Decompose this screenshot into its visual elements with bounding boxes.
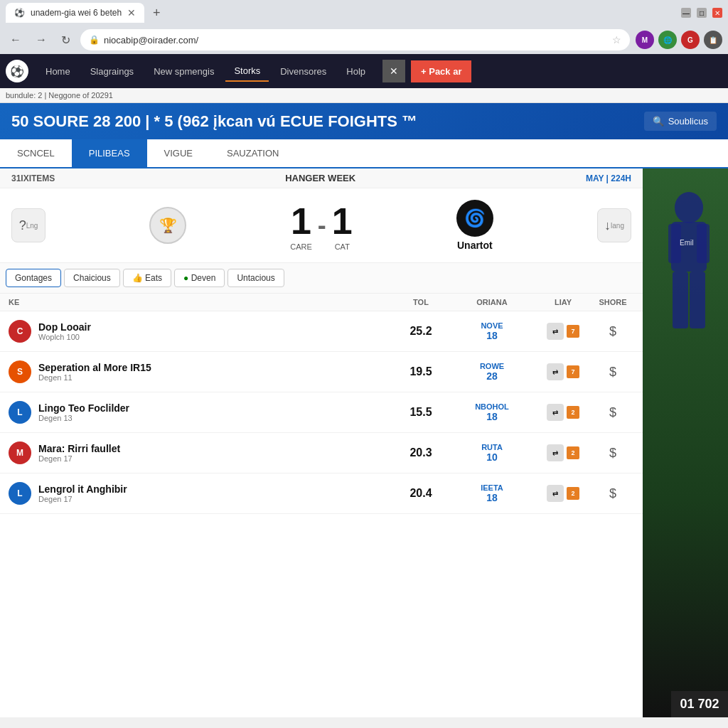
new-tab-button[interactable]: + — [150, 6, 164, 21]
match-score-section: ? Lng 🏆 1 CARE - 1 CAT 🌀 — [0, 188, 643, 263]
orange-badge-5: 2 — [567, 487, 579, 500]
team-info-4: Mara: Rirri faullet Degen 17 — [38, 443, 120, 463]
nav-new-spmengis[interactable]: New spmengis — [145, 62, 223, 81]
site-nav: ⚽ Home Slagraings New spmengis Storks Di… — [0, 54, 728, 88]
score-separator: - — [318, 210, 326, 240]
nav-storks[interactable]: Storks — [225, 61, 269, 82]
oriana-3: NBOHOL 18 — [449, 402, 535, 422]
date-label: MAY | 224H — [586, 173, 631, 183]
team-sub-1: Woplch 100 — [38, 333, 91, 341]
arrow-left-btn-2[interactable]: ⇄ — [547, 363, 564, 380]
team-info-1: Dop Looair Woplch 100 — [38, 321, 91, 341]
dollar-icon-2[interactable]: $ — [609, 365, 616, 379]
sub-tab-deven[interactable]: ● Deven — [174, 269, 225, 287]
tab-pilibeas[interactable]: PILIBEAS — [72, 139, 147, 167]
items-count: 31IXITEMS — [11, 173, 55, 183]
next-match-button[interactable]: ↓ lang — [597, 208, 631, 242]
ext-4[interactable]: 📋 — [704, 31, 722, 49]
tab-vigue[interactable]: VIGUE — [147, 139, 210, 167]
home-score: 1 — [291, 200, 311, 242]
browser-chrome: ⚽ unadem-gia wei 6 beteh ✕ + — □ ✕ ← → ↻… — [0, 0, 728, 54]
breadcrumb: bundule: 2 | Neggone of 20291 — [0, 88, 728, 103]
nav-close-button[interactable]: ✕ — [382, 60, 405, 82]
ext-2[interactable]: 🌐 — [658, 31, 677, 49]
prev-match-button[interactable]: ? Lng — [11, 208, 46, 242]
player-image: Emil — [643, 168, 728, 717]
sub-tabs: Gontages Chaicious 👍 Eats ● Deven Untaci… — [0, 263, 643, 294]
question-icon: ? — [19, 218, 26, 233]
match-header: 31IXITEMS HANGER WEEK MAY | 224H — [0, 168, 643, 188]
browser-tab[interactable]: ⚽ unadem-gia wei 6 beteh ✕ — [6, 3, 144, 23]
team-badge-5: L — [9, 482, 31, 505]
orange-badge-4: 2 — [567, 446, 579, 459]
col-liay: LIAY — [535, 298, 592, 306]
tab-close-button[interactable]: ✕ — [127, 7, 136, 18]
dollar-icon-3[interactable]: $ — [609, 405, 616, 419]
arrow-left-btn-1[interactable]: ⇄ — [547, 323, 564, 340]
team-cell-5: L Lengrol it Anghibir Degen 17 — [9, 482, 392, 505]
tol-1: 25.2 — [392, 325, 449, 338]
tab-title: unadem-gia wei 6 beteh — [31, 8, 122, 18]
shore-4[interactable]: $ — [592, 446, 634, 461]
tabs-container: SCNCEL PILIBEAS VIGUE SAUZATION — [0, 139, 728, 168]
close-window-button[interactable]: ✕ — [712, 8, 722, 18]
team-name-3: Lingo Teo Foclilder — [38, 402, 129, 414]
dollar-icon-4[interactable]: $ — [609, 446, 616, 460]
home-team-logo: 🏆 — [149, 207, 186, 244]
lock-icon: 🔒 — [89, 35, 100, 45]
home-team-name: CARE — [290, 242, 312, 251]
team-sub-3: Degen 13 — [38, 414, 129, 422]
nav-divensores[interactable]: Divensores — [272, 62, 335, 81]
col-ke: ke — [9, 298, 392, 306]
tab-scncel[interactable]: SCNCEL — [0, 139, 72, 167]
dollar-icon-1[interactable]: $ — [609, 324, 616, 338]
team-badge-2: S — [9, 360, 31, 383]
tol-2: 19.5 — [392, 365, 449, 378]
team-sub-5: Degen 17 — [38, 495, 127, 503]
shore-3[interactable]: $ — [592, 405, 634, 420]
address-bar[interactable]: 🔒 niocabip@oirader.com/ ☆ — [80, 29, 630, 50]
sub-tab-chaicious[interactable]: Chaicious — [64, 269, 120, 287]
content-area: 31IXITEMS HANGER WEEK MAY | 224H ? Lng 🏆… — [0, 168, 728, 717]
orange-badge-2: 7 — [567, 365, 579, 378]
team-name-2: Seperation al More IR15 — [38, 362, 151, 373]
nav-holp[interactable]: Holp — [338, 62, 374, 81]
back-button[interactable]: ← — [6, 32, 26, 48]
week-label: HANGER WEEK — [285, 173, 355, 183]
shore-1[interactable]: $ — [592, 324, 634, 339]
browser-addressbar: ← → ↻ 🔒 niocabip@oirader.com/ ☆ M 🌐 G 📋 — [0, 26, 728, 54]
ext-3[interactable]: G — [681, 31, 700, 49]
arrow-left-btn-4[interactable]: ⇄ — [547, 444, 564, 461]
reload-button[interactable]: ↻ — [57, 32, 75, 48]
sub-tab-eats[interactable]: 👍 Eats — [123, 269, 171, 287]
bookmark-icon[interactable]: ☆ — [612, 34, 621, 46]
nav-home[interactable]: Home — [37, 62, 79, 81]
action-5: ⇄ 2 — [535, 485, 592, 502]
ext-1[interactable]: M — [636, 31, 654, 49]
team-badge-1: C — [9, 320, 31, 343]
arrow-left-btn-3[interactable]: ⇄ — [547, 404, 564, 421]
hero-search[interactable]: 🔍 Soublicus — [644, 112, 717, 131]
forward-button[interactable]: → — [31, 32, 51, 48]
arrow-left-btn-5[interactable]: ⇄ — [547, 485, 564, 502]
action-2: ⇄ 7 — [535, 363, 592, 380]
green-dot-icon: ● — [183, 273, 188, 283]
sub-tab-untacious[interactable]: Untacious — [228, 269, 284, 287]
nav-slagraings[interactable]: Slagraings — [82, 62, 142, 81]
down-arrow-icon: ↓ — [604, 218, 611, 233]
lng-label: Lng — [26, 222, 38, 230]
action-1: ⇄ 7 — [535, 323, 592, 340]
maximize-button[interactable]: □ — [697, 8, 707, 18]
search-icon: 🔍 — [653, 116, 664, 127]
minimize-button[interactable]: — — [681, 8, 691, 18]
pack-button[interactable]: + Pack ar — [411, 60, 471, 82]
team-cell-1: C Dop Looair Woplch 100 — [9, 320, 392, 343]
tab-sauzation[interactable]: SAUZATION — [210, 139, 296, 167]
action-4: ⇄ 2 — [535, 444, 592, 461]
shore-2[interactable]: $ — [592, 365, 634, 380]
tol-3: 15.5 — [392, 406, 449, 419]
middle-team-name: Unartot — [457, 240, 493, 251]
shore-5[interactable]: $ — [592, 486, 634, 501]
dollar-icon-5[interactable]: $ — [609, 486, 616, 500]
sub-tab-gontages[interactable]: Gontages — [6, 269, 61, 287]
